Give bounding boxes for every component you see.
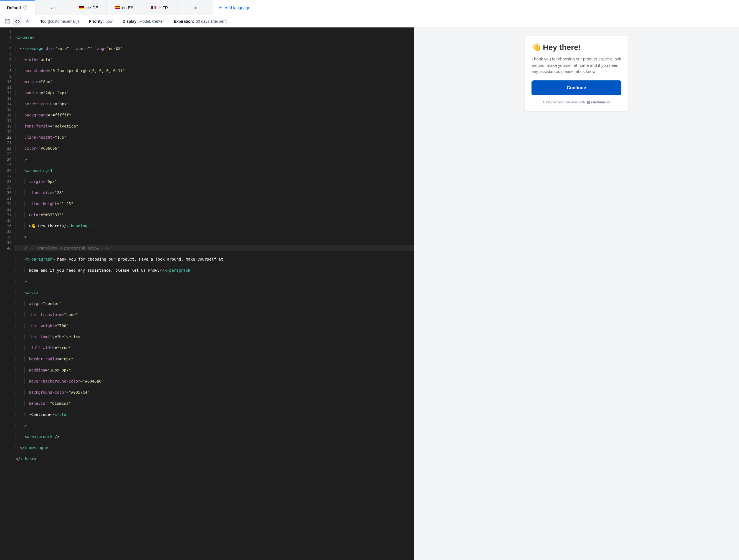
t: = <box>80 379 83 383</box>
t: background <box>24 113 48 117</box>
t: x-base <box>20 456 34 461</box>
t: = <box>47 401 50 406</box>
t: text-transform <box>29 313 61 317</box>
line-number: 30 <box>0 190 12 195</box>
t: x-heading-1 <box>27 168 52 173</box>
t: margin <box>24 79 38 84</box>
t: = <box>104 46 107 51</box>
line-number: 17 <box>0 118 12 123</box>
t: </ <box>15 456 20 461</box>
tab-default[interactable]: Default ? <box>0 0 35 15</box>
blocks-icon <box>5 19 10 24</box>
code-icon <box>15 19 20 24</box>
t: border-radius <box>29 357 59 361</box>
t: = <box>48 68 50 73</box>
svg-rect-3 <box>8 22 9 23</box>
t: Thank you for choosing our product. Have… <box>55 257 223 261</box>
t: label <box>74 46 86 51</box>
t: x-heading-1 <box>66 224 92 228</box>
tab-es[interactable]: en-ES <box>107 0 142 15</box>
view-code-button[interactable] <box>13 17 22 25</box>
t: > <box>32 35 34 40</box>
t: = <box>86 46 88 51</box>
minimap-marker <box>410 90 413 90</box>
line-number: 28 <box>0 179 12 184</box>
tab-de[interactable]: de-DE <box>71 0 107 15</box>
t: = <box>52 135 55 140</box>
watermark-brand: customer.io <box>587 101 610 104</box>
to-value: {{customer.email}} <box>48 19 79 24</box>
view-ai-button[interactable] <box>23 17 32 25</box>
expiration-value: 30 days after sent <box>196 19 227 24</box>
t: box-shadow <box>24 68 48 73</box>
t: :full-width <box>29 346 55 350</box>
help-icon[interactable]: ? <box>23 5 28 10</box>
line-number: 37 <box>0 229 12 234</box>
t: margin <box>29 179 43 184</box>
display-label: Display: <box>123 19 138 24</box>
sparkle-icon <box>25 19 30 24</box>
line-number: 14 <box>0 101 12 107</box>
t: x-message <box>22 46 43 51</box>
line-number: 19 <box>0 129 12 135</box>
t: home and if you need any assistance, ple… <box>29 268 160 272</box>
line-number: 11 <box>0 84 12 90</box>
main-split: 1234567891011121314151617181920212223242… <box>0 27 739 560</box>
t: "8px" <box>61 357 73 361</box>
t: = <box>48 113 50 117</box>
t: color <box>24 146 36 151</box>
t: = <box>55 324 57 328</box>
t: </ <box>160 268 164 272</box>
t: "#ffffff" <box>50 113 71 117</box>
add-language-button[interactable]: + Add language <box>213 0 256 15</box>
t: /> <box>52 434 59 439</box>
t: padding <box>24 90 41 95</box>
t: x-watermark <box>27 434 52 439</box>
t: width <box>24 57 36 62</box>
tb-to: To: {{customer.email}} <box>35 19 84 24</box>
t: > <box>24 235 27 239</box>
t: lang <box>95 46 104 51</box>
t: = <box>57 202 59 206</box>
t: = <box>43 179 45 184</box>
preview-heading: 👋 Hey there! <box>532 42 621 52</box>
line-number: 18 <box>0 123 12 129</box>
t: "auto" <box>38 57 53 62</box>
t: "0 2px 4px 0 rgba(0, 0, 0, 0.1)" <box>50 68 125 73</box>
code-body[interactable]: <x-base> <x-message dir="auto" label="" … <box>14 27 414 560</box>
t: "auto" <box>55 46 69 51</box>
t: border-radius <box>24 102 55 106</box>
t: = <box>55 102 57 106</box>
continue-button[interactable]: Continue <box>532 80 621 96</box>
t: "true" <box>57 346 71 350</box>
tab-pt[interactable]: pt <box>177 0 213 15</box>
t: </ <box>20 445 25 450</box>
view-switch <box>0 15 35 27</box>
t: <!-- Translate x-paragraph below --> <box>24 246 109 250</box>
tb-expiration: Expiration: 30 days after sent <box>169 19 231 24</box>
view-blocks-button[interactable] <box>3 17 12 25</box>
t: "#0046a0" <box>83 379 104 383</box>
t: background-color <box>29 390 66 394</box>
t: hover-background-color <box>29 379 80 383</box>
t: x-paragraph <box>164 268 190 272</box>
wave-emoji-icon: 👋 <box>532 42 541 52</box>
preview-watermark: Designed and delivered with customer.io <box>532 101 621 104</box>
t: "0px" <box>45 179 57 184</box>
t: :line-height <box>29 202 57 206</box>
t: = <box>36 57 38 62</box>
code-editor[interactable]: 1234567891011121314151617181920212223242… <box>0 27 414 560</box>
svg-rect-2 <box>6 22 7 23</box>
t: = <box>40 301 43 306</box>
t: </ <box>61 224 66 228</box>
to-label: To: <box>40 19 46 24</box>
t: x-paragraph <box>27 257 52 261</box>
tab-fr[interactable]: fr-FR <box>142 0 177 15</box>
tab-ar[interactable]: ar <box>35 0 71 15</box>
t: align <box>29 301 40 306</box>
line-number: 15 <box>0 107 12 112</box>
t: "700" <box>57 324 68 328</box>
line-number: 36 <box>0 223 12 229</box>
t: "dismiss" <box>50 401 71 406</box>
line-number: 10 <box>0 79 12 84</box>
